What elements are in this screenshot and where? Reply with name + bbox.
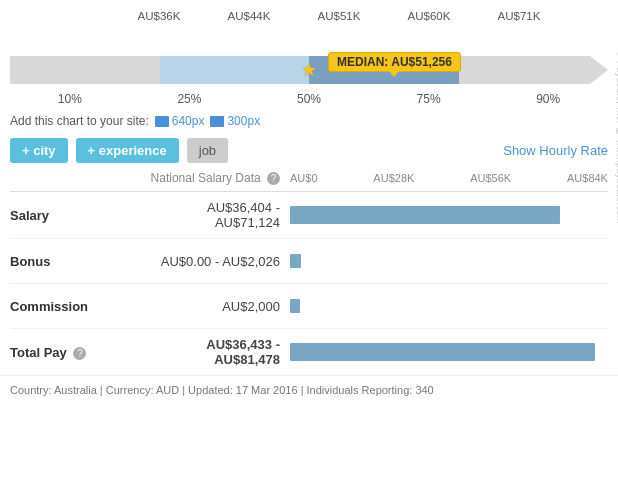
footer-text: Country: Australia | Currency: AUD | Upd… [10,384,434,396]
national-header-text: National Salary Data [151,171,261,185]
total-pay-row: Total Pay ? AU$36,433 - AU$81,478 [10,329,608,375]
salary-bar [290,206,560,224]
table-header: National Salary Data ? AU$0 AU$28K AU$56… [10,169,608,192]
scale-56k: AU$56K [470,172,511,184]
salary-label-1: AU$36K [114,10,204,22]
add-site-row: Add this chart to your site: 640px 300px [0,110,618,132]
header-national-col: National Salary Data ? [120,171,290,185]
size-300-label: 300px [227,114,260,128]
total-pay-bar [290,343,595,361]
salary-value: AU$36,404 - AU$71,124 [120,200,290,230]
footer: Country: Australia | Currency: AUD | Upd… [0,375,618,400]
scale-84k: AU$84K [567,172,608,184]
salary-label: Salary [10,208,120,223]
median-tooltip: MEDIAN: AU$51,256 [328,52,461,72]
salary-label-3: AU$51K [294,10,384,22]
pct-90: 90% [488,92,608,106]
city-button[interactable]: + city [10,138,68,163]
percentile-labels: 10% 25% 50% 75% 90% [10,92,608,106]
scale-0: AU$0 [290,172,318,184]
bar-segment-25-50 [160,56,310,84]
bonus-label: Bonus [10,254,120,269]
total-pay-chart [290,338,608,366]
pct-50: 50% [249,92,369,106]
bonus-chart [290,247,608,275]
controls-row: + city + experience job Show Hourly Rate [0,132,618,169]
add-site-text: Add this chart to your site: [10,114,149,128]
commission-bar [290,299,300,313]
chart-section: AU$36K AU$44K AU$51K AU$60K AU$71K MEDIA… [0,0,618,110]
total-pay-label: Total Pay ? [10,345,120,360]
size-640-link[interactable]: 640px [155,114,205,128]
salary-chart [290,201,608,229]
commission-chart [290,292,608,320]
chart-icon-300 [210,116,224,127]
header-chart-col: AU$0 AU$28K AU$56K AU$84K [290,169,608,187]
show-hourly-link[interactable]: Show Hourly Rate [503,143,608,158]
bonus-bar [290,254,301,268]
salary-label-5: AU$71K [474,10,564,22]
experience-button[interactable]: + experience [76,138,179,163]
bonus-value: AU$0.00 - AU$2,026 [120,254,290,269]
total-pay-question-mark[interactable]: ? [73,347,86,360]
median-star: ★ [299,60,319,80]
commission-value: AU$2,000 [120,299,290,314]
pct-10: 10% [10,92,130,106]
size-300-link[interactable]: 300px [210,114,260,128]
salary-table-section: © Payscale, Inc. @ www.payscale.com Nati… [0,169,618,375]
commission-row: Commission AU$2,000 [10,284,608,329]
salary-axis-labels: AU$36K AU$44K AU$51K AU$60K AU$71K [10,10,608,22]
bonus-row: Bonus AU$0.00 - AU$2,026 [10,239,608,284]
commission-label: Commission [10,299,120,314]
national-question-mark[interactable]: ? [267,172,280,185]
size-640-label: 640px [172,114,205,128]
salary-label-2: AU$44K [204,10,294,22]
total-pay-value: AU$36,433 - AU$81,478 [120,337,290,367]
pct-75: 75% [369,92,489,106]
salary-label-4: AU$60K [384,10,474,22]
job-button[interactable]: job [187,138,228,163]
scale-28k: AU$28K [373,172,414,184]
salary-bar-container: ★ [10,50,608,90]
salary-row: Salary AU$36,404 - AU$71,124 [10,192,608,239]
pct-25: 25% [130,92,250,106]
chart-icon-640 [155,116,169,127]
